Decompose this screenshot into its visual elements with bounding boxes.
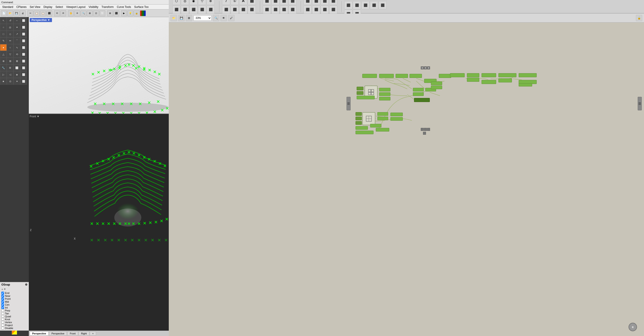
gh-input-btn-1[interactable]: ⬛ bbox=[263, 0, 271, 5]
gh-p2-r1[interactable] bbox=[377, 112, 388, 116]
osnap-perp[interactable]: Perp bbox=[1, 309, 28, 312]
gh-btn-6[interactable]: ⬛ bbox=[172, 6, 180, 14]
wave-tool[interactable]: ∿ bbox=[14, 44, 20, 51]
gh-corner-btn-single[interactable] bbox=[423, 132, 426, 135]
menu-curvetools[interactable]: Curve Tools bbox=[116, 5, 132, 9]
gh-prim-btn-2[interactable]: ① bbox=[231, 0, 239, 5]
gh-p2-l5[interactable] bbox=[356, 131, 374, 134]
osnap-filter-icon[interactable]: ≡ bbox=[4, 287, 6, 290]
print-btn[interactable]: 🖨 bbox=[20, 10, 26, 16]
gh-mid-5[interactable] bbox=[431, 86, 442, 89]
menu-surfacetools[interactable]: Surface Too bbox=[133, 5, 150, 9]
menu-visibility[interactable]: Visibility bbox=[87, 5, 100, 9]
layout2-btn[interactable]: ⬛ bbox=[114, 10, 119, 16]
play-tool[interactable]: ▷ bbox=[0, 71, 7, 78]
tab-add[interactable]: + bbox=[90, 331, 96, 335]
menu-standard[interactable]: Standard bbox=[1, 5, 15, 9]
color-btn[interactable] bbox=[140, 10, 146, 16]
sun-tool[interactable]: ⊙ bbox=[7, 78, 14, 85]
gh-util-btn-7[interactable]: ⬛ bbox=[353, 1, 361, 9]
gh-btn-9[interactable]: ⬛ bbox=[198, 6, 206, 14]
transform-tool[interactable]: ↔ bbox=[14, 17, 20, 24]
paste-btn[interactable]: 📋 bbox=[40, 10, 46, 16]
gh-btn-8[interactable]: ⬛ bbox=[190, 6, 198, 14]
gh-p1-right-3[interactable] bbox=[379, 97, 390, 100]
menu-vplayout[interactable]: Viewport Layout bbox=[65, 5, 87, 9]
rotate2-tool[interactable]: ⟲ bbox=[14, 51, 20, 58]
sparkle-tool[interactable]: ✦ bbox=[14, 78, 20, 85]
add-tool[interactable]: ⊕ bbox=[0, 58, 7, 64]
perspective-viewport-label[interactable]: Perspective ▼ bbox=[30, 18, 52, 22]
gh-node-row1-2[interactable] bbox=[379, 74, 394, 78]
gh-node-r2[interactable] bbox=[467, 73, 479, 77]
gh-prim-btn-5[interactable]: ⬛ bbox=[222, 6, 230, 14]
tab-right[interactable]: Right bbox=[78, 331, 89, 335]
gh-mid-4[interactable] bbox=[431, 82, 442, 85]
diamond-tool[interactable]: ◇ bbox=[7, 31, 14, 37]
gh-prim-btn-1[interactable]: 7 bbox=[222, 0, 230, 5]
gh-rhino-btn-4[interactable]: ⬛ bbox=[329, 0, 337, 5]
pencil-tool[interactable]: ✏ bbox=[7, 37, 14, 44]
gh-zoom-btn[interactable]: 🔍 bbox=[213, 15, 219, 21]
up-tri-tool[interactable]: △ bbox=[0, 51, 7, 58]
layout-btn[interactable]: ⊞ bbox=[107, 10, 113, 16]
gh-node-r8[interactable] bbox=[519, 73, 537, 77]
osnap-cen[interactable]: Cen bbox=[1, 303, 28, 306]
gh-btn-5[interactable]: ⊕ bbox=[206, 0, 215, 5]
zoom-win-btn[interactable]: ⬜ bbox=[100, 10, 105, 16]
wrench-tool[interactable]: 🔧 bbox=[0, 64, 7, 71]
gh-util-btn-2[interactable]: ⬛ bbox=[353, 0, 361, 1]
gh-corner-btn-3[interactable]: ■ bbox=[427, 67, 430, 69]
gh-prim-btn-7[interactable]: ⬛ bbox=[239, 6, 247, 14]
gh-node-r5[interactable] bbox=[482, 80, 496, 84]
gh-corner-btn-bottom-1[interactable] bbox=[421, 128, 424, 131]
gh-p2-r5[interactable] bbox=[370, 124, 382, 127]
gh-rhino-btn-3[interactable]: ⬛ bbox=[321, 0, 329, 5]
gh-input-btn-4[interactable]: ⬛ bbox=[288, 0, 296, 5]
star-tool[interactable]: ✦ bbox=[14, 24, 20, 31]
gh-util-btn-9[interactable]: ⬛ bbox=[370, 1, 378, 9]
gh-util-btn-3[interactable]: ⬛ bbox=[362, 0, 370, 1]
gh-p2-r6[interactable] bbox=[376, 128, 389, 132]
gh-btn-2[interactable]: ◎ bbox=[181, 0, 189, 5]
gh-rhino-btn-8[interactable]: ⬛ bbox=[329, 6, 337, 14]
gh-p1-left-2[interactable] bbox=[357, 91, 364, 95]
gh-node-r7[interactable] bbox=[498, 78, 512, 82]
gh-rhino-btn-2[interactable]: ⬛ bbox=[312, 0, 320, 5]
tool-r8c4[interactable]: ⬜ bbox=[20, 64, 27, 71]
menu-select[interactable]: Select bbox=[54, 5, 64, 9]
grid-tool[interactable]: ⊞ bbox=[7, 58, 14, 64]
tool-r7c4[interactable]: ⬜ bbox=[20, 58, 27, 64]
osnap-project[interactable]: Project bbox=[1, 324, 28, 326]
gh-util-btn-10[interactable]: ⬛ bbox=[378, 1, 386, 9]
tool-r10c4[interactable]: ⬜ bbox=[20, 78, 27, 85]
osnap-quad[interactable]: Quad bbox=[1, 315, 28, 318]
point-tool[interactable]: ● bbox=[0, 44, 7, 51]
gh-open-btn[interactable]: 📁 bbox=[170, 15, 177, 21]
gh-lock-btn[interactable]: 🔒 bbox=[636, 15, 642, 21]
gh-util-btn-1[interactable]: ⬛ bbox=[344, 0, 352, 1]
circle-tool[interactable]: ○ bbox=[0, 24, 7, 31]
gh-canvas[interactable]: ■ ■ ■ bbox=[169, 23, 644, 336]
gh-p2-r2[interactable] bbox=[377, 117, 388, 120]
select-tool[interactable]: ↖ bbox=[0, 17, 7, 24]
gh-util-btn-5[interactable]: ⬛ bbox=[378, 0, 386, 1]
gh-input-btn-8[interactable]: ⬛ bbox=[288, 6, 296, 14]
gh-prim-btn-6[interactable]: ⬛ bbox=[231, 6, 239, 14]
zoom-ext-btn[interactable]: ⊞ bbox=[87, 10, 93, 16]
gh-node-r6[interactable] bbox=[498, 73, 516, 77]
gh-btn-3[interactable]: ◉ bbox=[190, 0, 198, 5]
gh-node-r3[interactable] bbox=[467, 78, 479, 82]
tool-r1c4[interactable]: ⬜ bbox=[20, 17, 27, 24]
tool-r9c4[interactable]: ⬜ bbox=[20, 71, 27, 78]
gh-input-btn-6[interactable]: ⬛ bbox=[271, 6, 280, 14]
gh-p2-r4[interactable] bbox=[390, 117, 403, 121]
gh-util-btn-8[interactable]: ⬛ bbox=[362, 1, 370, 9]
undo-btn[interactable]: ⟲ bbox=[54, 10, 60, 16]
tool-r5c4[interactable]: ⬜ bbox=[20, 44, 27, 51]
gh-btn-4[interactable]: ▽ bbox=[198, 0, 206, 5]
move-btn[interactable]: ✛ bbox=[74, 10, 80, 16]
curve-tool[interactable]: ✎ bbox=[0, 37, 7, 44]
gh-rhino-btn-6[interactable]: ⬛ bbox=[312, 6, 320, 14]
gh-rhino-btn-1[interactable]: ⬛ bbox=[304, 0, 312, 5]
